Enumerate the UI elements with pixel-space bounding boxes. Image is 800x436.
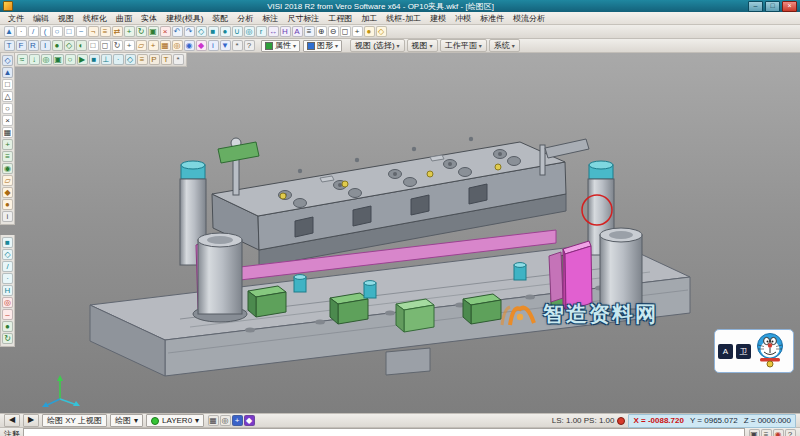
menu-item[interactable]: 标注 [258,13,282,24]
widget-tile-b[interactable]: 卫 [736,344,751,359]
menu-item[interactable]: 实体 [137,13,161,24]
grid-toggle-icon[interactable]: ▦ [208,415,219,426]
maximize-button[interactable]: □ [765,1,780,12]
menu-item[interactable]: 加工 [357,13,381,24]
clamp-green-2[interactable] [330,293,368,324]
curve-icon[interactable]: ~ [76,26,87,37]
clamp-green-4[interactable] [463,294,501,324]
attributes-info-icon[interactable]: i [208,40,219,51]
boolean-union-icon[interactable]: ∪ [232,26,243,37]
menu-item[interactable]: 冲模 [451,13,475,24]
macro-icon[interactable]: ▣ [749,429,760,436]
toolbar-group[interactable]: 系统▾ [489,39,520,52]
dimension-icon[interactable]: H [280,26,291,37]
solid-block-icon[interactable]: ■ [208,26,219,37]
viewport[interactable]: ≈↓◎▣○▶■⊥·◇≡PT* ◇▲□△○×▦+≡◉▱◆●i ■◇/·H◎–●↻ [0,53,800,413]
copy-icon[interactable]: ▣ [148,26,159,37]
menu-item[interactable]: 曲面 [112,13,136,24]
menu-item[interactable]: 装配 [208,13,232,24]
menu-item[interactable]: 模流分析 [509,13,549,24]
cyan-locator-1[interactable] [294,275,306,292]
view-iso-icon[interactable]: I [40,40,51,51]
cplane-toggle-icon[interactable]: ◆ [244,415,255,426]
arc-icon[interactable]: ( [40,26,51,37]
record-icon[interactable]: ◉ [773,429,784,436]
workplane-icon[interactable]: ▱ [136,40,147,51]
cyan-locator-3[interactable] [514,263,526,280]
line-icon[interactable]: / [28,26,39,37]
mode-combo[interactable]: 绘图 ▾ [110,414,143,427]
wireframe-mode-icon[interactable]: ◇ [376,26,387,37]
menu-item[interactable]: 线框化 [79,13,111,24]
zoom-all-icon[interactable]: ◻ [100,40,111,51]
text-icon[interactable]: A [292,26,303,37]
view-right-icon[interactable]: R [28,40,39,51]
toolbar-group[interactable]: 视图▾ [407,39,438,52]
point-icon[interactable]: · [16,26,27,37]
zoom-fit-icon[interactable]: ◻ [340,26,351,37]
grid-icon[interactable]: ▦ [160,40,171,51]
model-3d[interactable] [0,53,800,413]
cyan-locator-2[interactable] [364,281,376,298]
clamp-green-1[interactable] [248,286,286,317]
rotate-icon[interactable]: ↻ [136,26,147,37]
rectangle-icon[interactable]: □ [64,26,75,37]
track-toggle-icon[interactable]: + [232,415,243,426]
menu-item[interactable]: 建模(模具) [162,13,207,24]
toolbar-group[interactable]: 工作平面▾ [440,39,487,52]
ucs-origin-icon[interactable]: + [148,40,159,51]
snap-icon[interactable]: ◎ [172,40,183,51]
menu-item[interactable]: 标准件 [476,13,508,24]
pan-icon[interactable]: + [352,26,363,37]
menu-item[interactable]: 编辑 [29,13,53,24]
doraemon-icon[interactable] [754,332,786,370]
view-top-icon[interactable]: T [4,40,15,51]
view-plane-field[interactable]: 绘图 XY 上视图 [42,414,107,427]
move-icon[interactable]: + [124,26,135,37]
top-clamp-left[interactable] [218,138,259,195]
combo-图形[interactable]: 图形▾ [303,40,342,52]
color-picker-icon[interactable]: ◆ [196,40,207,51]
circle-icon[interactable]: ○ [52,26,63,37]
hidden-line-view-icon[interactable]: ◐ [76,40,87,51]
hole-icon[interactable]: ◎ [244,26,255,37]
menu-item[interactable]: 建模 [426,13,450,24]
menu-item[interactable]: 视图 [54,13,78,24]
menu-item[interactable]: 工程图 [324,13,356,24]
solid-cylinder-icon[interactable]: ● [220,26,231,37]
undo-icon[interactable]: ↶ [172,26,183,37]
widget-tile-a[interactable]: A [718,344,733,359]
wireframe-view-icon[interactable]: ◇ [64,40,75,51]
visibility-icon[interactable]: ◉ [184,40,195,51]
menu-item[interactable]: 线框-加工 [382,13,425,24]
nav-next-button[interactable]: ▶ [23,414,39,427]
rotate-view-icon[interactable]: ↻ [112,40,123,51]
clamp-green-3[interactable] [396,299,434,332]
shaded-view-icon[interactable]: ● [52,40,63,51]
zoom-in-icon[interactable]: ⊕ [316,26,327,37]
layer-combo[interactable]: LAYER0 ▾ [146,414,204,427]
menu-item[interactable]: 尺寸标注 [283,13,323,24]
toolbar-group[interactable]: 视图 (选择)▾ [350,39,405,52]
measure-icon[interactable]: ↔ [268,26,279,37]
zoom-window-icon[interactable]: □ [88,40,99,51]
pink-plate-rear-right[interactable] [549,252,563,302]
fillet-solid-icon[interactable]: r [256,26,267,37]
view-front-icon[interactable]: F [16,40,27,51]
help-icon[interactable]: ? [244,40,255,51]
menu-item[interactable]: 文件 [4,13,28,24]
delete-icon[interactable]: × [160,26,171,37]
redo-icon[interactable]: ↷ [184,26,195,37]
filter-icon[interactable]: ▼ [220,40,231,51]
pan-view-icon[interactable]: + [124,40,135,51]
surface-icon[interactable]: ◇ [196,26,207,37]
close-button[interactable]: × [782,1,797,12]
layers-icon[interactable]: ≡ [304,26,315,37]
offset-icon[interactable]: ≡ [100,26,111,37]
shade-mode-icon[interactable]: ● [364,26,375,37]
nav-prev-button[interactable]: ◀ [4,414,20,427]
select-arrow-icon[interactable]: ▲ [4,26,15,37]
zoom-out-icon[interactable]: ⊖ [328,26,339,37]
combo-属性[interactable]: 属性▾ [261,40,300,52]
pet-widget[interactable]: A 卫 [714,329,794,373]
